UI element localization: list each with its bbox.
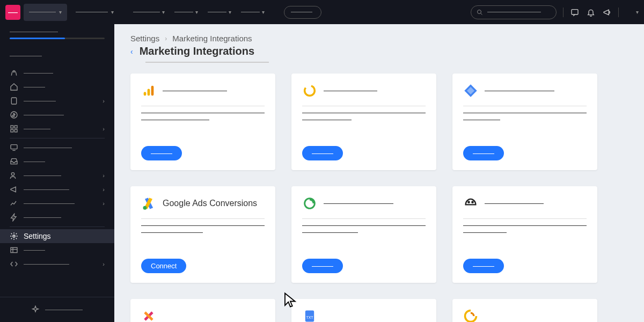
rocket-icon <box>10 69 18 77</box>
sidebar-item-upgrade[interactable] <box>0 66 114 80</box>
analytics-icon <box>141 83 156 98</box>
main-content: Settings › Marketing Integrations ‹ Mark… <box>114 24 644 322</box>
integration-card-gtm <box>452 74 597 170</box>
semrush-icon <box>302 83 317 98</box>
integration-card-semrush <box>291 74 436 170</box>
orange-swirl-icon <box>463 309 478 322</box>
site-selector[interactable]: ▾ <box>24 4 67 21</box>
google-ads-icon <box>141 196 156 211</box>
breadcrumb-current: Marketing Integrations <box>172 34 252 43</box>
sidebar-item-settings[interactable]: Settings <box>0 229 114 243</box>
svg-rect-16 <box>151 86 154 96</box>
sidebar-item-inbox[interactable] <box>0 155 114 169</box>
back-button[interactable]: ‹ <box>130 47 133 56</box>
chevron-right-icon: › <box>165 35 167 42</box>
home-icon <box>10 83 18 91</box>
sidebar-item-analytics[interactable]: › <box>0 196 114 210</box>
sidebar-item-automations[interactable] <box>0 210 114 224</box>
svg-point-3 <box>13 71 14 72</box>
chat-icon[interactable] <box>570 8 580 17</box>
nav-item-2[interactable]: ▾ <box>174 9 198 15</box>
svg-point-11 <box>11 173 14 175</box>
page-icon <box>10 97 18 105</box>
sidebar-item-marketing[interactable]: › <box>0 182 114 196</box>
svg-rect-15 <box>148 89 150 96</box>
connect-button[interactable] <box>463 259 504 273</box>
svg-point-12 <box>13 235 15 237</box>
megaphone-icon <box>10 185 18 194</box>
sidebar-item-dev[interactable]: › <box>0 257 114 271</box>
svg-rect-10 <box>11 145 17 149</box>
sidebar-item-1[interactable] <box>0 49 114 63</box>
sidebar-item-pages[interactable]: › <box>0 94 114 108</box>
dollar-icon <box>10 111 18 119</box>
code-icon <box>10 260 18 268</box>
integration-card-mailchimp <box>452 186 597 283</box>
integration-card-google-analytics <box>130 74 275 170</box>
svg-point-21 <box>472 202 473 203</box>
search-icon <box>477 9 483 16</box>
card-title: Google Ads Conversions <box>163 199 257 208</box>
svg-point-18 <box>143 206 147 210</box>
nav-item-1[interactable]: ▾ <box>133 9 165 15</box>
apps-icon <box>10 125 18 133</box>
svg-point-0 <box>478 10 481 13</box>
mailchimp-icon <box>463 196 478 211</box>
swirl-green-icon <box>302 196 317 211</box>
people-icon <box>10 171 18 180</box>
sidebar-item-quickaccess[interactable] <box>0 303 114 317</box>
svg-rect-7 <box>14 126 17 128</box>
svg-rect-14 <box>144 92 147 96</box>
sidebar-item-cms[interactable] <box>0 243 114 257</box>
user-menu[interactable]: ▾ <box>625 9 639 15</box>
svg-line-1 <box>481 13 482 14</box>
upgrade-pill[interactable] <box>284 6 321 19</box>
svg-rect-6 <box>11 126 13 128</box>
sidebar-item-apps[interactable]: › <box>0 122 114 136</box>
integration-card-9 <box>452 299 597 322</box>
sidebar-item-site[interactable] <box>0 141 114 155</box>
gtm-icon <box>463 83 478 98</box>
sidebar-item-payments[interactable] <box>0 108 114 122</box>
bell-icon[interactable] <box>586 8 596 17</box>
card-title <box>324 91 377 91</box>
sparkle-icon <box>31 305 40 314</box>
setup-progress <box>10 38 105 39</box>
table-icon <box>10 246 18 254</box>
sidebar: › › › › › Settings › <box>0 24 114 322</box>
sidebar-item-home[interactable] <box>0 80 114 94</box>
svg-rect-8 <box>11 129 13 132</box>
card-title <box>163 91 227 91</box>
connect-button[interactable] <box>463 146 504 160</box>
integration-card-instagram <box>130 299 275 322</box>
workspace-selector[interactable]: ▾ <box>70 4 119 21</box>
monitor-icon <box>10 143 18 152</box>
nav-item-4[interactable]: ▾ <box>241 9 265 15</box>
connect-button[interactable]: Connect <box>141 259 186 273</box>
sidebar-item-contacts[interactable]: › <box>0 169 114 182</box>
svg-point-20 <box>468 202 469 203</box>
breadcrumb: Settings › Marketing Integrations <box>130 34 628 43</box>
integration-card-google-ads: Google Ads Conversions Connect <box>130 186 275 283</box>
page-title: Marketing Integrations <box>140 45 254 57</box>
connect-button[interactable] <box>141 146 182 160</box>
connect-button[interactable] <box>302 259 343 273</box>
instagram-icon <box>141 309 156 322</box>
svg-rect-2 <box>572 9 578 14</box>
card-title <box>485 91 554 91</box>
gear-icon <box>10 232 18 240</box>
megaphone-icon[interactable] <box>602 8 612 17</box>
card-title <box>485 203 544 204</box>
search-input[interactable] <box>471 5 557 19</box>
integration-card-robots-txt: TXT <box>291 299 436 322</box>
svg-rect-4 <box>11 98 16 104</box>
integration-card-5 <box>291 186 436 283</box>
app-logo[interactable]: — <box>5 5 20 20</box>
card-title <box>324 203 393 204</box>
inbox-icon <box>10 157 18 166</box>
svg-rect-13 <box>11 247 17 252</box>
breadcrumb-root[interactable]: Settings <box>130 34 159 43</box>
nav-item-3[interactable]: ▾ <box>208 9 231 15</box>
connect-button[interactable] <box>302 146 343 160</box>
svg-rect-9 <box>14 129 17 132</box>
